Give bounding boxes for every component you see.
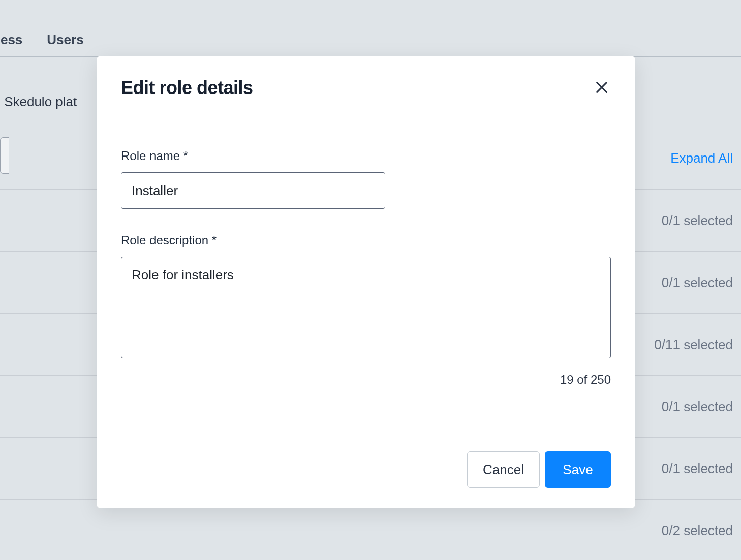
selected-count: 0/1 selected bbox=[662, 461, 733, 477]
role-description-label: Role description * bbox=[121, 233, 611, 247]
save-button[interactable]: Save bbox=[545, 451, 611, 488]
tab-bar: ccess Users bbox=[0, 23, 741, 57]
selected-count: 0/1 selected bbox=[662, 275, 733, 291]
partial-button[interactable] bbox=[0, 137, 9, 174]
edit-role-modal: Edit role details Role name * Role descr… bbox=[97, 56, 635, 508]
modal-title: Edit role details bbox=[121, 77, 253, 99]
selected-count: 0/1 selected bbox=[662, 399, 733, 415]
cancel-button[interactable]: Cancel bbox=[467, 451, 540, 488]
expand-all-link[interactable]: Expand All bbox=[670, 150, 733, 166]
tab-users[interactable]: Users bbox=[47, 32, 83, 48]
tab-access[interactable]: ccess bbox=[0, 32, 22, 48]
modal-header: Edit role details bbox=[97, 56, 635, 120]
modal-body: Role name * Role description * 19 of 250 bbox=[97, 120, 635, 451]
role-name-input[interactable] bbox=[121, 172, 385, 209]
role-description-input[interactable] bbox=[121, 257, 611, 358]
selected-count: 0/1 selected bbox=[662, 213, 733, 229]
char-count: 19 of 250 bbox=[121, 372, 611, 387]
close-button[interactable] bbox=[593, 79, 611, 97]
selected-count: 0/2 selected bbox=[662, 523, 733, 539]
modal-footer: Cancel Save bbox=[97, 451, 635, 508]
selected-count: 0/11 selected bbox=[654, 337, 733, 353]
role-name-label: Role name * bbox=[121, 149, 611, 163]
list-item[interactable]: 0/2 selected bbox=[0, 499, 741, 560]
close-icon bbox=[595, 80, 609, 96]
page-subtitle: ne Skedulo plat bbox=[0, 94, 77, 110]
